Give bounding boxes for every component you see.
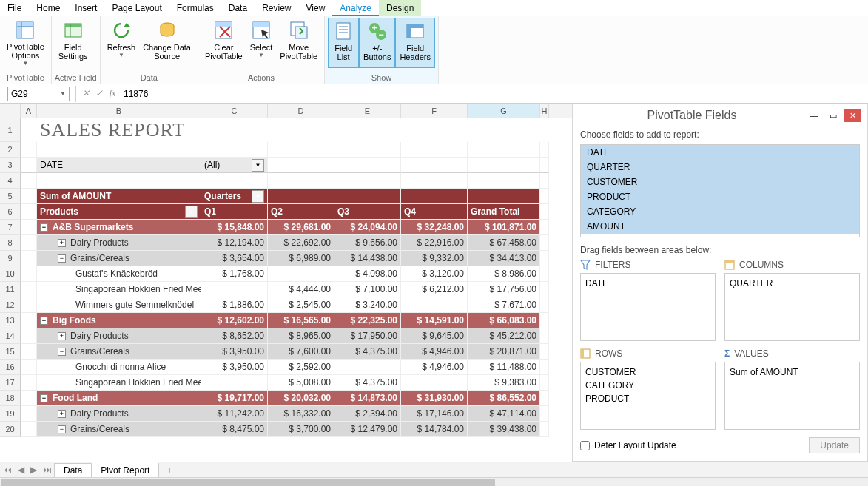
value-cell[interactable]: $ 3,700.00	[268, 422, 334, 437]
value-cell[interactable]: $ 20,871.00	[468, 344, 540, 360]
value-cell[interactable]	[401, 297, 468, 313]
row-label-cell[interactable]: Singaporean Hokkien Fried Mee	[37, 375, 201, 391]
columns-box[interactable]: QUARTER	[724, 273, 860, 341]
value-cell[interactable]: $ 4,098.00	[334, 266, 401, 282]
row-header[interactable]: 14	[0, 328, 21, 344]
menu-review[interactable]: Review	[255, 0, 298, 16]
value-cell[interactable]: $ 17,146.00	[401, 406, 468, 422]
formula-input[interactable]	[119, 87, 868, 101]
value-cell[interactable]: $ 39,438.00	[468, 422, 540, 437]
row-label-cell[interactable]: Gustaf's Knäckebröd	[37, 266, 201, 282]
menu-view[interactable]: View	[299, 0, 333, 16]
pivot-quarters-header[interactable]: Quarters ▼	[201, 189, 268, 204]
row-header[interactable]: 18	[0, 391, 21, 406]
row-header[interactable]: 11	[0, 282, 21, 297]
value-cell[interactable]: $ 4,375.00	[334, 344, 401, 360]
value-cell[interactable]: $ 14,873.00	[334, 391, 401, 406]
value-cell[interactable]: $ 4,946.00	[401, 360, 468, 375]
defer-update-checkbox[interactable]: Defer Layout Update	[580, 440, 676, 450]
row-header[interactable]: 13	[0, 313, 21, 328]
menu-analyze[interactable]: Analyze	[332, 0, 379, 16]
column-header[interactable]: C	[201, 104, 268, 118]
field-item[interactable]: DATE	[581, 145, 859, 160]
select-button[interactable]: Select ▼	[246, 18, 277, 68]
row-label-cell[interactable]: Wimmers gute Semmelknödel	[37, 297, 201, 313]
value-cell[interactable]: $ 4,946.00	[401, 344, 468, 360]
select-all-corner[interactable]	[0, 104, 21, 118]
value-cell[interactable]: $ 14,591.00	[401, 313, 468, 328]
value-cell[interactable]: $ 8,986.00	[468, 266, 540, 282]
menu-file[interactable]: File	[0, 0, 29, 16]
row-label-cell[interactable]: −Grains/Cereals	[37, 422, 201, 437]
close-button[interactable]: ✕	[844, 109, 861, 122]
collapse-icon[interactable]: −	[40, 394, 48, 402]
row-label-cell[interactable]: −A&B Supermarkets	[37, 220, 201, 235]
expand-icon[interactable]: +	[58, 239, 66, 247]
field-item[interactable]: CUSTOMER	[581, 175, 859, 189]
value-cell[interactable]: $ 17,756.00	[468, 282, 540, 297]
column-dropdown-icon[interactable]: ▼	[252, 190, 264, 203]
area-item[interactable]: QUARTER	[730, 277, 855, 290]
value-cell[interactable]: $ 8,475.00	[201, 422, 268, 437]
tab-nav-prev[interactable]: ◀	[15, 465, 27, 475]
value-cell[interactable]: $ 9,645.00	[401, 328, 468, 344]
menu-data[interactable]: Data	[221, 0, 255, 16]
row-header[interactable]: 7	[0, 220, 21, 235]
value-cell[interactable]: $ 6,212.00	[401, 282, 468, 297]
row-header[interactable]: 19	[0, 406, 21, 422]
row-header[interactable]: 1	[0, 118, 21, 142]
refresh-button[interactable]: Refresh ▼	[104, 18, 140, 68]
row-label-cell[interactable]: −Grains/Cereals	[37, 344, 201, 360]
value-cell[interactable]	[334, 360, 401, 375]
row-header[interactable]: 9	[0, 251, 21, 266]
area-item[interactable]: Sum of AMOUNT	[730, 365, 855, 379]
row-header[interactable]: 8	[0, 235, 21, 251]
column-header[interactable]: A	[21, 104, 37, 118]
row-header[interactable]: 17	[0, 375, 21, 391]
value-cell[interactable]: $ 7,100.00	[334, 282, 401, 297]
collapse-icon[interactable]: −	[58, 254, 66, 263]
row-label-cell[interactable]: +Dairy Products	[37, 406, 201, 422]
row-header[interactable]: 5	[0, 189, 21, 204]
row-header[interactable]: 4	[0, 173, 21, 189]
plus-minus-buttons-button[interactable]: +− +/- Buttons	[359, 18, 395, 68]
value-cell[interactable]: $ 1,886.00	[201, 297, 268, 313]
horizontal-scrollbar[interactable]	[0, 477, 868, 486]
value-cell[interactable]: $ 14,784.00	[401, 422, 468, 437]
column-header[interactable]: H	[540, 104, 549, 118]
field-list-button[interactable]: Field List	[328, 18, 359, 68]
area-item[interactable]: DATE	[585, 277, 710, 290]
row-label-cell[interactable]: Gnocchi di nonna Alice	[37, 360, 201, 375]
value-cell[interactable]: $ 9,332.00	[401, 251, 468, 266]
value-cell[interactable]	[201, 375, 268, 391]
grid-body[interactable]: 1 SALES REPORT 2 3 DATE (All) ▼ 4 5	[0, 118, 572, 462]
value-cell[interactable]: $ 5,008.00	[268, 375, 334, 391]
sheet-tab-pivot-report[interactable]: Pivot Report	[91, 462, 159, 477]
field-item[interactable]: AMOUNT	[581, 219, 859, 234]
value-cell[interactable]: $ 11,488.00	[468, 360, 540, 375]
field-headers-button[interactable]: Field Headers	[395, 18, 435, 68]
column-header[interactable]: B	[37, 104, 201, 118]
clear-pivottable-button[interactable]: Clear PivotTable	[201, 18, 246, 68]
maximize-button[interactable]: ▭	[824, 109, 842, 122]
value-cell[interactable]: $ 4,444.00	[268, 282, 334, 297]
move-pivottable-button[interactable]: Move PivotTable	[276, 18, 321, 68]
menu-page-layout[interactable]: Page Layout	[104, 0, 169, 16]
row-header[interactable]: 2	[0, 142, 21, 158]
value-cell[interactable]: $ 2,394.00	[334, 406, 401, 422]
row-header[interactable]: 16	[0, 360, 21, 375]
add-sheet-button[interactable]: ＋	[159, 464, 180, 476]
value-cell[interactable]: $ 17,950.00	[334, 328, 401, 344]
value-cell[interactable]: $ 14,438.00	[334, 251, 401, 266]
field-item[interactable]: PRODUCT	[581, 189, 859, 204]
column-header[interactable]: G	[468, 104, 540, 118]
row-header[interactable]: 15	[0, 344, 21, 360]
filters-box[interactable]: DATE	[580, 273, 716, 341]
value-cell[interactable]: $ 45,212.00	[468, 328, 540, 344]
value-cell[interactable]: $ 12,602.00	[201, 313, 268, 328]
area-item[interactable]: CUSTOMER	[585, 365, 710, 379]
minimize-button[interactable]: —	[805, 109, 823, 122]
sheet-tab-data[interactable]: Data	[54, 463, 92, 477]
value-cell[interactable]: $ 12,479.00	[334, 422, 401, 437]
value-cell[interactable]: $ 8,652.00	[201, 328, 268, 344]
